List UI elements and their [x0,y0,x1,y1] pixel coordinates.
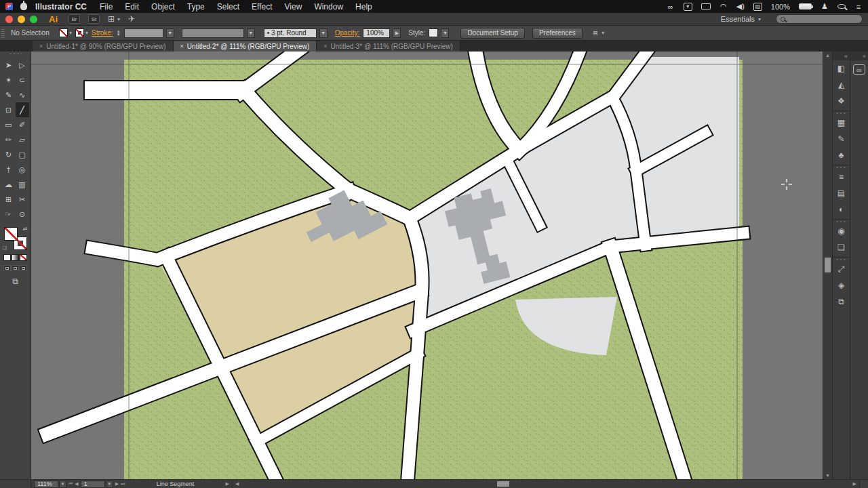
scroll-right-icon[interactable]: ▶ [853,481,856,487]
menu-help[interactable]: Help [349,2,378,12]
style-swatch[interactable] [429,28,438,37]
tool-type[interactable]: ⊡ [2,102,16,117]
color-button[interactable] [3,254,11,261]
graphic-styles-panel-icon[interactable]: ❏ [833,239,850,256]
opacity-caret-icon[interactable]: ▶ [393,28,401,38]
tool-curvature[interactable]: ∿ [16,87,29,102]
collapse-dock-icon[interactable]: « [833,52,850,60]
tool-hand[interactable]: ☞ [2,207,16,222]
none-button[interactable] [20,254,27,261]
tool-blend[interactable]: ◎ [16,162,29,177]
canvas-area[interactable] [31,52,823,479]
tool-selection[interactable]: ➤ [2,58,16,73]
style-caret-icon[interactable]: ▼ [441,28,449,38]
app-badge-icon[interactable]: P [5,3,13,10]
close-tab-icon[interactable]: × [39,43,43,49]
swatches-panel-icon[interactable]: ▦ [833,115,850,131]
workspace-switcher[interactable]: Essentials ▾ [721,15,761,23]
color-guide-panel-icon[interactable]: ◭ [833,77,850,93]
tab-untitled-3[interactable]: × Untitled-3* @ 111% (RGB/GPU Preview) [317,41,460,52]
artboards-panel-icon[interactable]: ⧉ [833,293,850,310]
width-profile-field[interactable] [182,28,244,38]
fill-swatch-control[interactable]: ▾ [59,28,72,37]
menu-file[interactable]: File [94,2,119,12]
scroll-down-icon[interactable]: ▼ [825,473,830,478]
fill-stroke-cluster[interactable]: ⇄ ❏ [4,227,27,250]
first-artboard-icon[interactable]: ⏮ [68,481,73,487]
user-icon[interactable]: ♟ [821,2,829,11]
tool-column-graph[interactable]: ▥ [16,177,29,192]
menu-view[interactable]: View [279,2,309,12]
gradient-button[interactable] [12,254,19,261]
document-setup-button[interactable]: Document Setup [460,28,525,39]
zoom-level-field[interactable]: 111% [34,481,58,488]
next-artboard-icon[interactable]: ▶ [115,481,119,487]
artboard-caret-icon[interactable]: ▼ [106,481,113,488]
opacity-field[interactable]: 100% [363,28,390,38]
appearance-panel-icon[interactable]: ◉ [833,223,850,239]
tool-slice[interactable]: ✂ [16,192,29,207]
brushes-panel-icon[interactable]: ✎ [833,131,850,147]
app-name[interactable]: Illustrator CC [35,2,94,12]
stroke-weight-stepper[interactable]: ▲▼ [117,30,121,37]
tool-free-transform[interactable]: ▢ [16,147,29,162]
artboard-number-field[interactable]: 1 [81,481,105,488]
tool-direct-selection[interactable]: ▷ [16,58,29,73]
volume-icon[interactable]: ◀) [736,2,745,11]
zoom-caret-icon[interactable]: ▼ [59,481,66,488]
symbols-panel-icon[interactable]: ♣ [833,147,850,163]
tool-artboard[interactable]: ⊞ [2,192,16,207]
default-fill-stroke-icon[interactable]: ❏ [3,245,7,251]
tool-line-segment[interactable]: ╱ [16,102,29,117]
menu-effect[interactable]: Effect [245,2,278,12]
battery-icon[interactable] [799,3,812,9]
tool-rotate[interactable]: ↻ [2,147,16,162]
horizontal-scroll-thumb[interactable] [497,481,509,487]
tool-paintbrush[interactable]: ✐ [16,117,29,132]
stroke-swatch-control[interactable]: ▾ [75,28,88,37]
tool-symbol-sprayer[interactable]: ☁ [2,177,16,192]
gpu-performance-icon[interactable]: ✈ [128,14,135,24]
menu-edit[interactable]: Edit [119,2,145,12]
fill-color-swatch[interactable] [4,227,18,241]
prev-artboard-icon[interactable]: ◀ [75,481,78,487]
menu-type[interactable]: Type [181,2,211,12]
opacity-link[interactable]: Opacity: [335,29,360,37]
panel-options-caret-icon[interactable]: ▾ [601,30,604,36]
stroke-caret-icon[interactable]: ▾ [85,30,88,36]
color-panel-icon[interactable]: ◧ [833,60,850,77]
apple-menu-icon[interactable] [20,3,27,10]
box-sync-icon[interactable]: ▾ [684,3,692,11]
tool-eyedropper[interactable]: † [2,162,16,177]
arrange-documents-icon[interactable]: ⊞ [108,14,115,24]
fill-swatch[interactable] [59,28,68,37]
draw-behind-button[interactable] [12,265,19,271]
brush-definition-field[interactable]: • 3 pt. Round [264,28,317,38]
scroll-left-icon[interactable]: ◀ [235,481,239,487]
minimize-window-button[interactable] [18,16,25,23]
control-bar-grip[interactable] [1,28,5,39]
gradient-panel-icon[interactable]: ▤ [833,185,850,201]
close-window-button[interactable] [5,16,13,23]
menu-object[interactable]: Object [145,2,181,12]
swap-fill-stroke-icon[interactable]: ⇄ [23,226,28,232]
collapse-dock-icon[interactable]: « [850,52,868,60]
bridge-button[interactable]: Br [68,14,80,24]
tab-untitled-1[interactable]: × Untitled-1* @ 90% (RGB/GPU Preview) [33,41,174,52]
stroke-weight-field[interactable] [124,28,163,38]
airplay-display-icon[interactable] [701,3,711,9]
layers-panel-icon[interactable]: ◈ [833,277,850,293]
recolor-artwork-panel-icon[interactable]: ❖ [833,93,850,109]
tool-magic-wand[interactable]: ✶ [2,73,16,87]
tool-pen[interactable]: ✎ [2,87,16,102]
stroke-weight-caret-icon[interactable]: ▼ [166,28,174,38]
transparency-panel-icon[interactable]: ◐ [833,201,850,218]
notification-center-icon[interactable]: ≡ [854,3,863,11]
vertical-scrollbar[interactable]: ▲ ▼ [823,52,832,479]
zoom-window-button[interactable] [30,16,37,23]
panel-options-icon[interactable]: ≣ [593,29,598,37]
stroke-panel-icon[interactable]: ≡ [833,169,850,185]
width-profile-caret-icon[interactable]: ▼ [247,28,255,38]
fill-caret-icon[interactable]: ▾ [69,30,72,36]
status-options-icon[interactable]: ▶ [226,481,229,487]
